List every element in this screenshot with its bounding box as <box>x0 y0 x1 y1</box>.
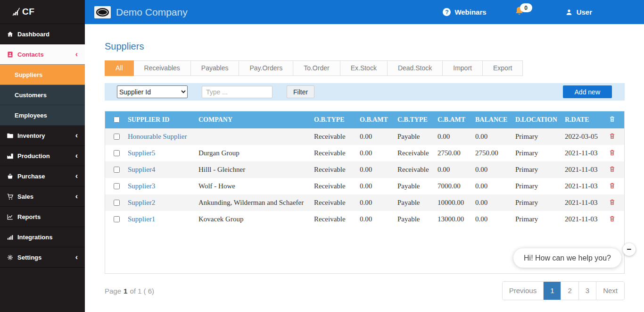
sidebar-item-production[interactable]: Production <box>0 146 85 166</box>
user-menu[interactable]: User <box>565 8 592 16</box>
tab-bar: All Receivables Payables Pay.Orders To.O… <box>105 60 625 76</box>
company-cell: Hilll - Gleichner <box>195 161 310 178</box>
filter-field-select[interactable]: Supplier Id <box>117 85 188 98</box>
column-r-date: R.DATE <box>561 111 605 128</box>
address-book-icon <box>7 51 17 58</box>
ob-amt-cell: 0.00 <box>356 161 394 178</box>
supplier-id-link[interactable]: Supplier1 <box>128 215 155 223</box>
sidebar-item-inventory[interactable]: Inventory <box>0 126 85 146</box>
cb-amt-cell: 10000.00 <box>434 194 471 211</box>
cb-amt-cell: 2750.00 <box>434 145 471 161</box>
company-cell: Durgan Group <box>195 145 310 161</box>
pagination-row: Page 1 of 1 ( 6) Previous 1 2 3 Next <box>105 281 625 300</box>
balance-cell: 0.00 <box>471 128 512 145</box>
logo-chart-icon <box>11 7 22 17</box>
logo-text: CF <box>22 7 34 17</box>
sidebar-item-employees[interactable]: Employees <box>0 105 85 126</box>
pagination-next[interactable]: Next <box>596 282 624 300</box>
tab-all[interactable]: All <box>105 60 134 76</box>
company-cell: Ankunding, Wilderman and Schaefer <box>195 194 310 211</box>
chevron-left-icon <box>75 172 78 180</box>
tab-pay-orders[interactable]: Pay.Orders <box>239 60 293 76</box>
ob-amt-cell: 0.00 <box>356 178 394 194</box>
cb-type-cell: Payable <box>394 178 434 194</box>
cb-amt-cell: 7000.00 <box>434 178 471 194</box>
pagination-previous[interactable]: Previous <box>503 282 544 300</box>
cb-type-cell: Receivable <box>394 161 434 178</box>
notification-count-badge: 0 <box>520 3 532 12</box>
row-checkbox[interactable] <box>114 200 120 206</box>
sidebar-item-dashboard[interactable]: Dashboard <box>0 24 85 44</box>
delete-row-button[interactable] <box>609 165 616 174</box>
cb-amt-cell: 13000.00 <box>434 211 471 228</box>
chevron-left-icon <box>75 253 78 261</box>
d-location-cell: Primary <box>512 161 561 178</box>
supplier-id-link[interactable]: Supplier3 <box>128 182 155 190</box>
sidebar-item-settings[interactable]: Settings <box>0 247 85 268</box>
select-all-checkbox[interactable] <box>114 117 120 123</box>
supplier-id-link[interactable]: Supplier2 <box>128 199 155 206</box>
company-cell: Wolf - Howe <box>195 178 310 194</box>
ob-amt-cell: 0.00 <box>356 145 394 161</box>
company-logo <box>94 6 111 18</box>
pagination-page-2[interactable]: 2 <box>561 282 578 300</box>
tab-receivables[interactable]: Receivables <box>133 60 191 76</box>
bar-chart-icon <box>7 234 17 241</box>
trash-icon <box>609 182 616 189</box>
ob-amt-cell: 0.00 <box>356 128 394 145</box>
trash-icon <box>609 149 616 156</box>
contacts-submenu: Suppliers Customers Employees <box>0 65 85 126</box>
pagination-page-1[interactable]: 1 <box>544 282 561 300</box>
chevron-left-icon <box>75 50 78 59</box>
chat-widget[interactable]: Hi! How can we help you? <box>513 248 621 268</box>
tab-dead-stock[interactable]: Dead.Stock <box>387 60 443 76</box>
sidebar-item-purchase[interactable]: Purchase <box>0 166 85 186</box>
sidebar-item-suppliers[interactable]: Suppliers <box>0 65 85 85</box>
delete-row-button[interactable] <box>609 132 616 141</box>
row-checkbox[interactable] <box>114 167 120 173</box>
ob-type-cell: Receivable <box>310 178 356 194</box>
tab-ex-stock[interactable]: Ex.Stock <box>340 60 388 76</box>
cb-amt-cell: 0.00 <box>434 161 471 178</box>
sidebar-item-reports[interactable]: Reports <box>0 207 85 227</box>
sidebar-item-sales[interactable]: Sales <box>0 186 85 207</box>
r-date-cell: 2021-11-03 <box>561 211 605 228</box>
delete-row-button[interactable] <box>609 198 616 207</box>
r-date-cell: 2021-11-03 <box>561 161 605 178</box>
chat-minimize-button[interactable] <box>623 243 636 256</box>
tab-import[interactable]: Import <box>442 60 483 76</box>
app-logo[interactable]: CF <box>0 0 85 24</box>
filter-bar: Supplier Id Filter Add new <box>105 83 625 101</box>
delete-row-button[interactable] <box>609 149 616 158</box>
sidebar-item-contacts[interactable]: Contacts <box>0 44 85 65</box>
pagination-page-3[interactable]: 3 <box>579 282 596 300</box>
cb-amt-cell: 0.00 <box>434 128 471 145</box>
trash-icon <box>609 132 616 140</box>
delete-row-button[interactable] <box>609 182 616 191</box>
supplier-id-link[interactable]: Honourable Supplier <box>128 133 187 140</box>
sidebar-item-customers[interactable]: Customers <box>0 85 85 105</box>
webinars-link[interactable]: Webinars <box>443 8 486 16</box>
ob-type-cell: Receivable <box>310 128 356 145</box>
d-location-cell: Primary <box>512 178 561 194</box>
chat-message: Hi! How can we help you? <box>524 254 611 262</box>
supplier-id-link[interactable]: Supplier4 <box>128 166 155 173</box>
row-checkbox[interactable] <box>114 183 120 189</box>
cb-type-cell: Payable <box>394 128 434 145</box>
page-title: Suppliers <box>105 41 625 52</box>
add-new-button[interactable]: Add new <box>563 85 612 98</box>
filter-button[interactable]: Filter <box>287 85 314 98</box>
tab-to-order[interactable]: To.Order <box>293 60 340 76</box>
current-page-number: 1 <box>124 287 127 295</box>
row-checkbox[interactable] <box>114 216 120 222</box>
delete-row-button[interactable] <box>609 215 616 224</box>
tab-payables[interactable]: Payables <box>190 60 239 76</box>
sidebar-item-integrations[interactable]: Integrations <box>0 227 85 247</box>
search-input[interactable] <box>202 86 272 98</box>
supplier-id-link[interactable]: Supplier5 <box>128 149 155 157</box>
content: Suppliers All Receivables Payables Pay.O… <box>85 24 644 312</box>
tab-export[interactable]: Export <box>482 60 523 76</box>
row-checkbox[interactable] <box>114 134 120 140</box>
row-checkbox[interactable] <box>114 150 120 156</box>
notifications-button[interactable]: 0 <box>514 6 525 18</box>
